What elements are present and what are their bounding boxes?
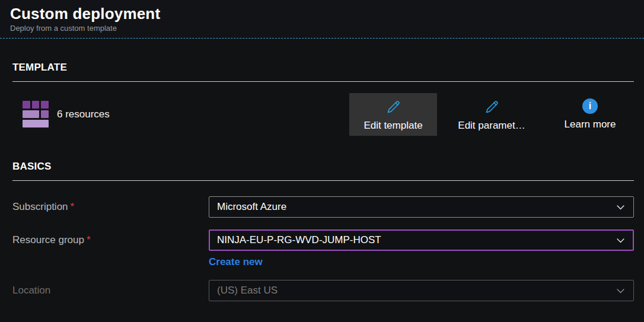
resource-group-field-row: Resource group* NINJA-EU-P-RG-WVD-JUMP-H… bbox=[12, 229, 634, 268]
info-icon bbox=[582, 98, 598, 114]
page-header: Custom deployment Deploy from a custom t… bbox=[0, 0, 644, 39]
page-title: Custom deployment bbox=[10, 4, 635, 23]
subscription-select[interactable]: Microsoft Azure bbox=[209, 196, 634, 218]
required-asterisk: * bbox=[87, 234, 91, 246]
location-select: (US) East US bbox=[209, 280, 634, 301]
resource-group-value: NINJA-EU-P-RG-WVD-JUMP-HOST bbox=[217, 234, 381, 246]
page-subtitle: Deploy from a custom template bbox=[10, 24, 635, 33]
location-field-row: Location (US) East US bbox=[12, 280, 634, 301]
chevron-down-icon bbox=[616, 286, 626, 296]
section-divider bbox=[12, 81, 634, 82]
resource-count: 6 resources bbox=[57, 109, 110, 120]
basics-section: BASICS Subscription* Microsoft Azure bbox=[12, 136, 634, 301]
resource-summary: 6 resources bbox=[12, 101, 110, 129]
edit-parameters-label: Edit paramet… bbox=[458, 120, 525, 132]
location-value: (US) East US bbox=[217, 285, 278, 297]
location-label: Location bbox=[12, 280, 209, 301]
template-section: TEMPLATE 6 resources bbox=[12, 39, 634, 136]
content: TEMPLATE 6 resources bbox=[0, 39, 644, 301]
chevron-down-icon bbox=[616, 235, 626, 246]
custom-deployment-page: Custom deployment Deploy from a custom t… bbox=[0, 0, 644, 322]
template-resources-icon bbox=[23, 101, 49, 129]
template-row: 6 resources Edit template bbox=[12, 93, 634, 136]
basics-section-heading: BASICS bbox=[12, 136, 634, 173]
pencil-icon bbox=[384, 98, 402, 117]
subscription-field-row: Subscription* Microsoft Azure bbox=[12, 196, 634, 218]
chevron-down-icon bbox=[616, 202, 626, 212]
create-new-link[interactable]: Create new bbox=[209, 256, 263, 268]
template-section-heading: TEMPLATE bbox=[12, 39, 634, 74]
subscription-label: Subscription* bbox=[12, 196, 209, 218]
section-divider bbox=[12, 180, 634, 181]
edit-template-button[interactable]: Edit template bbox=[349, 93, 437, 136]
resource-group-label-text: Resource group bbox=[12, 234, 84, 246]
template-actions: Edit template Edit paramet… bbox=[349, 93, 634, 136]
learn-more-label: Learn more bbox=[565, 119, 616, 130]
location-label-text: Location bbox=[12, 285, 50, 296]
subscription-label-text: Subscription bbox=[12, 201, 68, 212]
edit-template-label: Edit template bbox=[364, 120, 422, 132]
edit-parameters-button[interactable]: Edit paramet… bbox=[448, 93, 535, 136]
learn-more-button[interactable]: Learn more bbox=[546, 93, 634, 136]
required-asterisk: * bbox=[71, 201, 75, 212]
subscription-value: Microsoft Azure bbox=[217, 201, 286, 213]
basics-form: Subscription* Microsoft Azure Resource bbox=[12, 196, 634, 301]
resource-group-label: Resource group* bbox=[12, 229, 209, 251]
pencil-icon bbox=[483, 98, 500, 117]
resource-group-select[interactable]: NINJA-EU-P-RG-WVD-JUMP-HOST bbox=[209, 229, 634, 251]
